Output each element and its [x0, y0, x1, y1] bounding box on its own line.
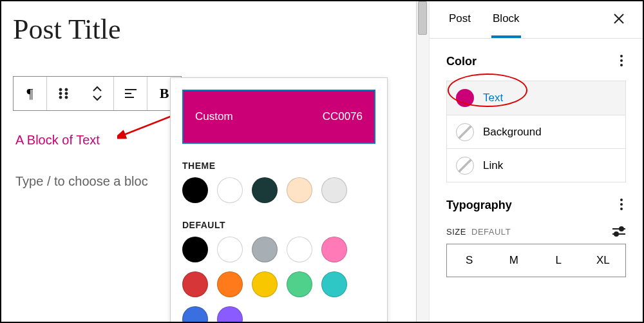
color-swatch[interactable] — [287, 177, 312, 203]
svg-point-13 — [620, 59, 623, 62]
color-row-background[interactable]: Background — [447, 115, 625, 148]
align-icon[interactable] — [114, 77, 147, 110]
theme-palette-label: THEME — [182, 161, 375, 171]
color-section-title: Color — [446, 55, 477, 68]
size-options: S M L XL — [446, 244, 626, 277]
svg-point-5 — [65, 96, 68, 99]
svg-point-3 — [65, 88, 68, 91]
color-swatch[interactable] — [252, 237, 278, 262]
color-swatch[interactable] — [182, 237, 208, 262]
svg-point-0 — [59, 88, 62, 91]
color-swatch[interactable] — [287, 271, 312, 297]
size-option-m[interactable]: M — [491, 244, 536, 277]
svg-point-14 — [620, 64, 623, 66]
color-section-options-button[interactable] — [617, 52, 626, 72]
post-title[interactable]: Post Title — [13, 13, 401, 46]
svg-point-16 — [620, 203, 623, 206]
color-swatch[interactable] — [252, 177, 278, 203]
custom-color-box[interactable]: Custom CC0076 — [182, 90, 375, 144]
scrollbar-thumb[interactable] — [418, 1, 427, 35]
size-option-s[interactable]: S — [447, 244, 491, 277]
color-row-label: Link — [483, 159, 503, 172]
default-swatches — [182, 237, 375, 323]
size-option-l[interactable]: L — [536, 244, 581, 277]
custom-color-label: Custom — [195, 110, 233, 123]
tab-block[interactable]: Block — [491, 2, 521, 38]
theme-swatches — [182, 177, 375, 203]
color-popover: Custom CC0076 THEME DEFAULT — [170, 77, 388, 323]
color-swatch[interactable] — [287, 237, 312, 262]
color-swatch[interactable] — [217, 237, 243, 262]
typography-section-options-button[interactable] — [617, 195, 626, 215]
settings-sidebar: Post Block Color Text — [416, 1, 643, 322]
svg-point-2 — [59, 96, 62, 99]
block-placeholder[interactable]: Type / to choose a bloc — [15, 174, 148, 189]
annotation-highlight-oval — [448, 73, 527, 107]
color-swatch[interactable] — [321, 177, 347, 203]
color-swatch[interactable] — [217, 271, 243, 297]
move-up-down-icon[interactable] — [80, 77, 114, 110]
color-swatch[interactable] — [252, 271, 278, 297]
default-palette-label: DEFAULT — [182, 220, 375, 230]
svg-point-19 — [620, 227, 623, 231]
background-color-indicator — [456, 123, 474, 141]
block-toolbar: ¶ B — [13, 76, 182, 111]
svg-point-4 — [65, 92, 68, 95]
svg-point-17 — [620, 208, 623, 210]
color-swatch[interactable] — [321, 237, 347, 262]
close-sidebar-button[interactable] — [613, 12, 625, 28]
color-swatch[interactable] — [182, 177, 208, 203]
block-paragraph-text[interactable]: A Block of Text — [15, 133, 100, 148]
svg-point-12 — [620, 55, 623, 57]
sidebar-scrollbar[interactable] — [417, 1, 430, 322]
svg-point-21 — [614, 232, 618, 236]
color-swatch[interactable] — [217, 306, 243, 323]
svg-point-15 — [620, 199, 623, 201]
link-color-indicator — [456, 157, 474, 175]
custom-color-value: CC0076 — [323, 110, 363, 123]
typography-section-title: Typography — [446, 199, 512, 212]
color-swatch[interactable] — [182, 271, 208, 297]
drag-handle-icon[interactable] — [47, 77, 80, 110]
size-option-xl[interactable]: XL — [581, 244, 625, 277]
svg-point-1 — [59, 92, 62, 95]
color-swatch[interactable] — [321, 271, 347, 297]
color-row-link[interactable]: Link — [447, 148, 625, 182]
tab-post[interactable]: Post — [448, 2, 472, 37]
color-swatch[interactable] — [182, 306, 208, 323]
size-label: SIZE DEFAULT — [446, 227, 511, 237]
color-row-label: Background — [483, 126, 542, 139]
color-swatch[interactable] — [217, 177, 243, 203]
paragraph-block-icon[interactable]: ¶ — [14, 77, 47, 110]
custom-size-button[interactable] — [612, 226, 626, 237]
